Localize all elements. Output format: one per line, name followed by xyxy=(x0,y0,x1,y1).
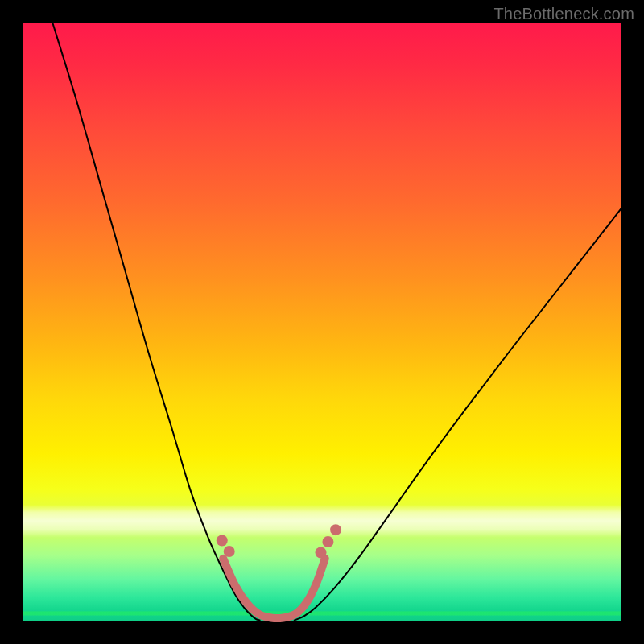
left-dots-point xyxy=(224,546,235,557)
right-dots-point xyxy=(316,547,327,558)
right-dots-point xyxy=(330,524,341,535)
plot-svg xyxy=(23,23,621,621)
trough-marker-outline xyxy=(223,559,324,618)
right-dots-point xyxy=(322,536,333,547)
series-group xyxy=(52,23,621,621)
left-descending-curve xyxy=(52,23,259,621)
watermark-text: TheBottleneck.com xyxy=(493,5,634,23)
left-dots-point xyxy=(217,535,228,547)
chart-frame: TheBottleneck.com xyxy=(0,0,644,644)
plot-area xyxy=(23,23,621,621)
right-ascending-curve xyxy=(295,208,621,621)
